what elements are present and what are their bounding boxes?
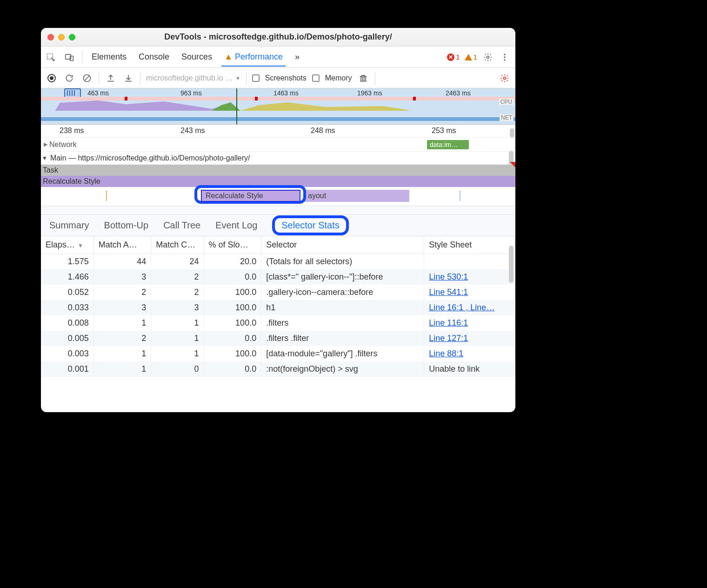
col-selector[interactable]: Selector: [261, 236, 424, 254]
flame-subrow: Recalculate Style ayout: [41, 187, 515, 206]
tab-performance[interactable]: ▲ Performance: [221, 47, 286, 67]
screenshots-label: Screenshots: [265, 74, 307, 82]
tabs-overflow[interactable]: »: [292, 47, 302, 67]
error-icon: ✕: [447, 53, 454, 61]
device-toggle-icon[interactable]: [63, 51, 75, 63]
svg-point-3: [487, 56, 489, 58]
disclosure-icon[interactable]: ▶: [44, 141, 47, 147]
stylesheet-link[interactable]: Line 541:1: [429, 287, 468, 297]
titlebar: DevTools - microsoftedge.github.io/Demos…: [41, 28, 515, 47]
download-icon[interactable]: [122, 72, 134, 84]
memory-checkbox[interactable]: [312, 74, 320, 82]
overview-tick: 463 ms: [87, 89, 109, 97]
table-row[interactable]: 0.05222100.0.gallery-icon--camera::befor…: [41, 285, 515, 300]
stylesheet-link[interactable]: Line 116:1: [429, 318, 468, 327]
stylesheet-link[interactable]: Line 127:1: [429, 334, 468, 343]
window-title: DevTools - microsoftedge.github.io/Demos…: [164, 32, 392, 42]
sort-desc-icon: ▼: [78, 242, 83, 249]
tab-selector-stats[interactable]: Selector Stats: [272, 215, 349, 235]
more-icon[interactable]: [499, 51, 511, 63]
svg-point-4: [504, 53, 505, 55]
col-elapsed[interactable]: Elaps…▼: [41, 236, 93, 254]
table-row[interactable]: 1.575442420.0(Totals for all selectors): [41, 254, 515, 270]
flame-ruler: 238 ms 243 ms 248 ms 253 ms: [41, 125, 515, 138]
network-track[interactable]: ▶ Network data:im…: [41, 138, 515, 152]
net-label: NET: [500, 114, 514, 121]
col-match-count[interactable]: Match C…: [151, 236, 204, 254]
overview-tick: 2463 ms: [446, 89, 471, 97]
stylesheet-link[interactable]: Line 530:1: [429, 272, 468, 281]
scrollbar[interactable]: [509, 246, 514, 283]
settings-icon[interactable]: [482, 51, 494, 63]
long-task-indicator-icon: [510, 162, 515, 167]
timeline-overview[interactable]: 463 ms 963 ms 1463 ms 1963 ms 2463 ms CP…: [41, 88, 515, 125]
overview-tick: 1463 ms: [273, 89, 299, 97]
cpu-label: CPU: [499, 99, 514, 105]
table-row[interactable]: 0.005210.0.filters .filterLine 127:1: [41, 331, 515, 346]
svg-point-8: [504, 77, 506, 79]
col-slow[interactable]: % of Slo…: [204, 236, 261, 254]
flame-tracks: ▶ Network data:im… ▼ Main — https://micr…: [41, 138, 515, 206]
recalculate-style-selected[interactable]: Recalculate Style: [201, 190, 300, 202]
table-row[interactable]: 0.03333100.0h1Line 16:1 , Line…: [41, 300, 515, 315]
screenshots-checkbox[interactable]: [252, 74, 260, 82]
tab-sources[interactable]: Sources: [179, 47, 215, 67]
scrollbar[interactable]: [510, 128, 514, 138]
table-row[interactable]: 0.001100.0:not(foreignObject) > svgUnabl…: [41, 361, 515, 377]
warning-icon: [465, 54, 472, 60]
tab-elements[interactable]: Elements: [89, 47, 129, 67]
tab-call-tree[interactable]: Call Tree: [163, 220, 200, 231]
overview-marker: [236, 88, 237, 124]
maximize-icon[interactable]: [69, 34, 75, 40]
close-icon[interactable]: [47, 34, 54, 40]
tab-console[interactable]: Console: [136, 47, 172, 67]
col-stylesheet[interactable]: Style Sheet: [424, 236, 515, 254]
window-controls: [47, 34, 75, 40]
task-bar[interactable]: Task: [41, 165, 515, 176]
layout-bar[interactable]: ayout: [304, 190, 409, 202]
selector-stats-table: Elaps…▼ Match A… Match C… % of Slo… Sele…: [41, 236, 515, 377]
capture-settings-icon[interactable]: [499, 72, 511, 84]
top-tabs: Elements Console Sources ▲ Performance »…: [41, 47, 515, 68]
svg-point-6: [504, 59, 505, 60]
table-row[interactable]: 1.466320.0[class*=" gallery-icon--"]::be…: [41, 269, 515, 285]
main-track-header[interactable]: ▼ Main — https://microsoftedge.github.io…: [41, 152, 515, 165]
overview-tick: 1963 ms: [357, 89, 382, 97]
clear-button[interactable]: [81, 72, 93, 84]
details-tabs: Summary Bottom-Up Call Tree Event Log Se…: [41, 215, 515, 236]
error-count-badge[interactable]: ✕ 1: [447, 53, 460, 61]
selector-stats-table-container: Elaps…▼ Match A… Match C… % of Slo… Sele…: [41, 236, 515, 412]
performance-toolbar: microsoftedge.github.io … ▼ Screenshots …: [41, 68, 515, 88]
record-button[interactable]: [46, 72, 58, 84]
ruler-tick: 238 ms: [60, 127, 84, 135]
col-match-attempts[interactable]: Match A…: [93, 236, 151, 254]
overview-tick: 963 ms: [180, 89, 202, 97]
svg-point-5: [504, 56, 505, 58]
overview-selection[interactable]: [64, 88, 81, 98]
chevron-down-icon: ▼: [235, 75, 240, 81]
host-dropdown[interactable]: microsoftedge.github.io … ▼: [146, 74, 240, 82]
stylesheet-link[interactable]: Line 88:1: [429, 349, 463, 358]
network-request-pill[interactable]: data:im…: [427, 140, 469, 149]
minimize-icon[interactable]: [58, 34, 65, 40]
warning-icon: ▲: [224, 52, 233, 61]
tab-bottom-up[interactable]: Bottom-Up: [104, 220, 149, 231]
devtools-window: DevTools - microsoftedge.github.io/Demos…: [41, 28, 515, 412]
stylesheet-link[interactable]: Line 16:1 , Line…: [429, 303, 494, 312]
ruler-tick: 253 ms: [432, 127, 456, 135]
inspect-icon[interactable]: [45, 51, 57, 63]
warning-count-badge[interactable]: 1: [465, 53, 477, 61]
garbage-collect-icon[interactable]: [357, 72, 369, 84]
ruler-tick: 248 ms: [311, 127, 335, 135]
upload-icon[interactable]: [105, 72, 117, 84]
table-row[interactable]: 0.00811100.0.filtersLine 116:1: [41, 315, 515, 331]
tab-summary[interactable]: Summary: [49, 220, 89, 231]
reload-button[interactable]: [63, 72, 75, 84]
table-row[interactable]: 0.00311100.0[data-module="gallery"] .fil…: [41, 346, 515, 361]
memory-label: Memory: [325, 74, 352, 82]
ruler-tick: 243 ms: [180, 127, 205, 135]
disclosure-icon[interactable]: ▼: [42, 155, 47, 161]
tab-event-log[interactable]: Event Log: [215, 220, 257, 231]
